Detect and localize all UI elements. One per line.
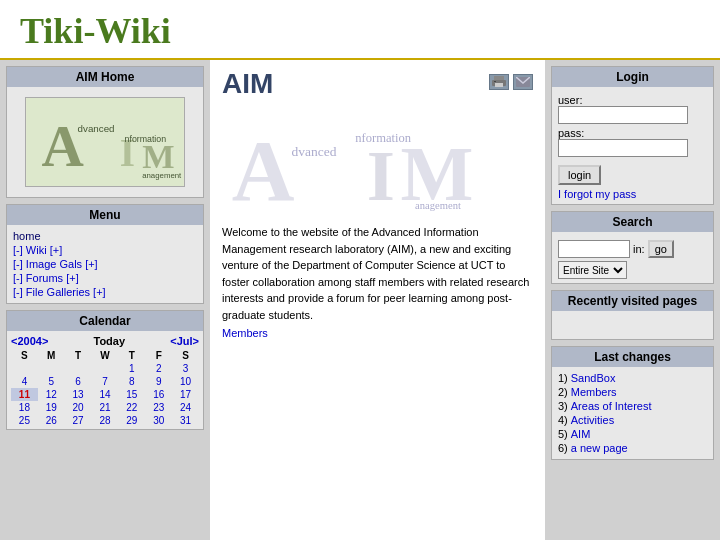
cal-day-20[interactable]: 20 <box>65 401 92 414</box>
menu-item-wiki[interactable]: [-] Wiki [+] <box>13 243 197 257</box>
aim-logo-area: A dvanced I nformation M anagement <box>222 106 533 216</box>
change-item-5: 5) AIM <box>558 427 707 441</box>
menu-content: home [-] Wiki [+] [-] Image Gals [+] [-]… <box>7 225 203 303</box>
change-item-6: 6) a new page <box>558 441 707 455</box>
cal-day-24[interactable]: 24 <box>172 401 199 414</box>
welcome-text: Welcome to the website of the Advanced I… <box>222 224 533 323</box>
cal-day-16[interactable]: 16 <box>145 388 172 401</box>
cal-day-1[interactable]: 1 <box>118 362 145 375</box>
cal-day-25[interactable]: 25 <box>11 414 38 427</box>
cal-day-4[interactable]: 4 <box>11 375 38 388</box>
cal-day-s1: S <box>11 349 38 362</box>
search-input[interactable] <box>558 240 630 258</box>
cal-day-5[interactable]: 5 <box>38 375 65 388</box>
cal-day-13[interactable]: 13 <box>65 388 92 401</box>
svg-text:dvanced: dvanced <box>78 123 115 134</box>
members-link[interactable]: Members <box>222 327 268 339</box>
cal-week-5: 25 26 27 28 29 30 31 <box>11 414 199 427</box>
change-link-activities[interactable]: Activities <box>571 414 614 426</box>
menu-header: Menu <box>7 205 203 225</box>
cal-day-22[interactable]: 22 <box>118 401 145 414</box>
cal-day-3[interactable]: 3 <box>172 362 199 375</box>
recently-visited-header: Recently visited pages <box>552 291 713 311</box>
cal-week-1: 1 2 3 <box>11 362 199 375</box>
cal-day-14[interactable]: 14 <box>92 388 119 401</box>
cal-day-30[interactable]: 30 <box>145 414 172 427</box>
search-header: Search <box>552 212 713 232</box>
change-item-3: 3) Areas of Interest <box>558 399 707 413</box>
aim-home-box: AIM Home A dvanced I nformation M <box>6 66 204 198</box>
cal-day-11[interactable]: 11 <box>11 388 38 401</box>
cal-day-27[interactable]: 27 <box>65 414 92 427</box>
username-input[interactable] <box>558 106 688 124</box>
login-box: Login user: pass: login I forgot my pass <box>551 66 714 205</box>
password-input[interactable] <box>558 139 688 157</box>
cal-week-4: 18 19 20 21 22 23 24 <box>11 401 199 414</box>
menu-item-forums[interactable]: [-] Forums [+] <box>13 271 197 285</box>
cal-week-2: 4 5 6 7 8 9 10 <box>11 375 199 388</box>
aim-home-logo: A dvanced I nformation M anagement <box>25 97 185 187</box>
svg-text:dvanced: dvanced <box>292 144 337 159</box>
svg-text:anagement: anagement <box>415 200 461 211</box>
change-link-newpage[interactable]: a new page <box>571 442 628 454</box>
menu-item-image-gals[interactable]: [-] Image Gals [+] <box>13 257 197 271</box>
cal-day-17[interactable]: 17 <box>172 388 199 401</box>
svg-text:A: A <box>232 123 295 216</box>
last-changes-header: Last changes <box>552 347 713 367</box>
search-go-button[interactable]: go <box>648 240 674 258</box>
envelope-icon[interactable] <box>513 74 533 90</box>
cal-day-21[interactable]: 21 <box>92 401 119 414</box>
header: Tiki-Wiki <box>0 0 720 60</box>
search-content: in: go Entire Site <box>552 232 713 283</box>
right-sidebar: Login user: pass: login I forgot my pass… <box>545 60 720 540</box>
svg-text:I: I <box>367 135 395 216</box>
last-changes-content: 1) SandBox 2) Members 3) Areas of Intere… <box>552 367 713 459</box>
last-changes-box: Last changes 1) SandBox 2) Members 3) Ar… <box>551 346 714 460</box>
cal-day-w: W <box>92 349 119 362</box>
user-label: user: <box>558 94 707 106</box>
menu-item-file-galleries[interactable]: [-] File Galleries [+] <box>13 285 197 299</box>
calendar-content: <2004> Today <Jul> S M T W T F S <box>7 331 203 429</box>
change-link-members[interactable]: Members <box>571 386 617 398</box>
cal-day-t1: T <box>65 349 92 362</box>
pass-label: pass: <box>558 127 707 139</box>
svg-text:anagement: anagement <box>142 171 182 180</box>
cal-day-7[interactable]: 7 <box>92 375 119 388</box>
forgot-pass-link[interactable]: I forgot my pass <box>558 188 707 200</box>
cal-day-26[interactable]: 26 <box>38 414 65 427</box>
cal-day-18[interactable]: 18 <box>11 401 38 414</box>
cal-day-29[interactable]: 29 <box>118 414 145 427</box>
cal-day-9[interactable]: 9 <box>145 375 172 388</box>
svg-text:M: M <box>142 138 174 175</box>
calendar-header: Calendar <box>7 311 203 331</box>
menu-item-home[interactable]: home <box>13 229 197 243</box>
calendar-next-month[interactable]: <Jul> <box>170 335 199 347</box>
calendar-box: Calendar <2004> Today <Jul> S M T W T F … <box>6 310 204 430</box>
change-link-areas[interactable]: Areas of Interest <box>571 400 652 412</box>
cal-day-12[interactable]: 12 <box>38 388 65 401</box>
calendar-prev-year[interactable]: <2004> <box>11 335 48 347</box>
change-item-4: 4) Activities <box>558 413 707 427</box>
search-input-row: in: go <box>558 240 707 258</box>
printer-icon[interactable] <box>489 74 509 90</box>
in-label: in: <box>633 243 645 255</box>
change-item-2: 2) Members <box>558 385 707 399</box>
cal-day-28[interactable]: 28 <box>92 414 119 427</box>
login-content: user: pass: login I forgot my pass <box>552 87 713 204</box>
center-content: AIM A dvanced I nformation <box>210 60 545 540</box>
left-sidebar: AIM Home A dvanced I nformation M <box>0 60 210 540</box>
cal-day-23[interactable]: 23 <box>145 401 172 414</box>
login-button[interactable]: login <box>558 165 601 185</box>
cal-day-19[interactable]: 19 <box>38 401 65 414</box>
cal-day-2[interactable]: 2 <box>145 362 172 375</box>
cal-day-8[interactable]: 8 <box>118 375 145 388</box>
cal-day-6[interactable]: 6 <box>65 375 92 388</box>
change-link-aim[interactable]: AIM <box>571 428 591 440</box>
cal-day-15[interactable]: 15 <box>118 388 145 401</box>
cal-day-31[interactable]: 31 <box>172 414 199 427</box>
search-scope-select[interactable]: Entire Site <box>558 261 627 279</box>
cal-day-10[interactable]: 10 <box>172 375 199 388</box>
cal-week-3: 11 12 13 14 15 16 17 <box>11 388 199 401</box>
search-box: Search in: go Entire Site <box>551 211 714 284</box>
change-link-sandbox[interactable]: SandBox <box>571 372 616 384</box>
